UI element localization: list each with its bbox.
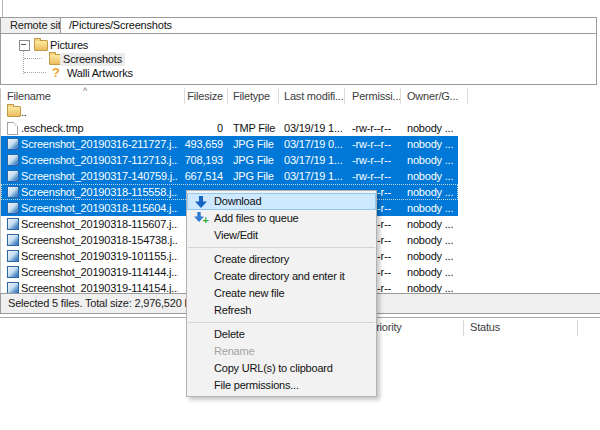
remote-site-path: /Pictures/Screenshots (69, 18, 172, 33)
last-modified-cell: 03/17/19 1... (284, 152, 344, 168)
filename-text: Screenshot_20190318-154738.j... (21, 232, 178, 248)
owner-group-cell: nobody ... (407, 168, 458, 184)
collapse-icon[interactable] (19, 40, 30, 51)
context-menu-item[interactable]: Create directory and enter it (187, 268, 376, 285)
file-row[interactable]: Screenshot_20190316-211727.j... 493,659 … (1, 136, 458, 152)
last-modified-cell: 03/17/19 0... (284, 136, 344, 152)
status-text: Selected 5 files. Total size: 2,976,520 … (8, 294, 199, 313)
column-header-filename[interactable]: Filename (1, 88, 185, 104)
menu-item-icon (194, 379, 208, 393)
filename-text: Screenshot_20190318-115607.j... (21, 216, 178, 232)
filename-cell: Screenshot_20190318-115607.j... (1, 216, 178, 232)
filename-cell: Screenshot_20190318-115604.j... (1, 200, 178, 216)
filetype-cell (233, 104, 278, 120)
filetype-cell: TMP File (233, 120, 278, 136)
menu-item-label: File permissions... (214, 379, 299, 391)
context-menu-item[interactable]: File permissions... (187, 377, 376, 394)
menu-item-label: Create directory and enter it (214, 270, 345, 282)
owner-group-cell: nobody ... (407, 136, 458, 152)
document-icon (7, 122, 18, 135)
filetype-cell: JPG File (233, 136, 278, 152)
last-modified-cell: 03/19/19 1... (284, 120, 344, 136)
filesize-cell (178, 104, 223, 120)
column-header-status[interactable]: Status (470, 318, 500, 337)
permissions-cell (352, 104, 398, 120)
question-icon (52, 67, 62, 79)
filename-cell: Screenshot_20190317-112713.j... (1, 152, 178, 168)
folder-icon (7, 106, 21, 117)
permissions-cell: -rw-r--r-- (352, 168, 398, 184)
tree-guide-line (24, 72, 46, 73)
context-menu-item[interactable]: View/Edit (187, 227, 376, 244)
filename-text: Screenshot_20190319-114144.j... (21, 264, 178, 280)
menu-item-label: Delete (214, 328, 245, 340)
owner-group-cell: nobody ... (407, 264, 458, 280)
file-row[interactable]: Screenshot_20190317-140759.j... 667,514 … (1, 168, 458, 184)
tree-guide-line (23, 47, 24, 74)
context-menu-item[interactable]: Download (187, 193, 376, 210)
owner-group-cell: nobody ... (407, 152, 458, 168)
file-list-header: Filename ^ Filesize Filetype Last modifi… (0, 88, 600, 104)
last-modified-cell (284, 104, 344, 120)
context-menu-item[interactable]: Refresh (187, 302, 376, 319)
column-divider (463, 320, 464, 336)
filename-cell: Screenshot_20190317-140759.j... (1, 168, 178, 184)
image-icon (7, 170, 19, 182)
filename-text: Screenshot_20190317-140759.j... (21, 168, 178, 184)
filename-cell: .escheck.tmp (1, 120, 178, 136)
context-menu-item[interactable] (188, 322, 375, 323)
menu-item-icon (194, 304, 208, 318)
remote-directory-tree: Pictures Screenshots Walli Artworks (0, 34, 597, 85)
menu-item-icon (194, 253, 208, 267)
column-header-permissions[interactable]: Permissi... (344, 88, 401, 104)
menu-item-label: Create new file (214, 287, 284, 299)
filesize-cell: 708,193 (178, 152, 223, 168)
tree-item-label[interactable]: Pictures (47, 39, 91, 52)
column-header-owner-group[interactable]: Owner/G... (398, 88, 468, 104)
filename-text: .. (21, 104, 27, 120)
remote-site-combobox[interactable]: /Pictures/Screenshots (60, 18, 596, 33)
tree-item-label[interactable]: Screenshots (60, 53, 125, 66)
image-icon (7, 154, 19, 166)
context-menu-item[interactable]: Rename (187, 343, 376, 360)
context-menu-item[interactable]: Add files to queue (187, 210, 376, 227)
filesize-cell: 667,514 (178, 168, 223, 184)
filename-text: Screenshot_20190319-101155.j... (21, 248, 178, 264)
context-menu-item[interactable]: Create directory (187, 251, 376, 268)
menu-item-label: Download (214, 195, 261, 207)
context-menu-item[interactable]: Delete (187, 326, 376, 343)
download-arrow-icon (194, 195, 208, 209)
owner-group-cell: nobody ... (407, 248, 458, 264)
filetype-cell: JPG File (233, 152, 278, 168)
owner-group-cell: nobody ... (407, 232, 458, 248)
column-header-filetype[interactable]: Filetype (227, 88, 279, 104)
permissions-cell: -rw-r--r-- (352, 136, 398, 152)
file-row[interactable]: Screenshot_20190317-112713.j... 708,193 … (1, 152, 458, 168)
context-menu-item[interactable]: Copy URL(s) to clipboard (187, 360, 376, 377)
menu-item-icon (194, 270, 208, 284)
column-header-filesize[interactable]: Filesize (178, 88, 228, 104)
owner-group-cell: nobody ... (407, 200, 458, 216)
menu-item-label: View/Edit (214, 229, 258, 241)
add-queue-arrow-icon (194, 212, 208, 226)
filename-text: Screenshot_20190318-115558.j... (21, 184, 178, 200)
file-row[interactable]: .. (1, 104, 458, 120)
owner-group-cell: nobody ... (407, 184, 458, 200)
file-row[interactable]: .escheck.tmp 0 TMP File 03/19/19 1... -r… (1, 120, 458, 136)
owner-group-cell: nobody ... (407, 280, 458, 293)
menu-item-icon (194, 345, 208, 359)
filename-cell: Screenshot_20190318-154738.j... (1, 232, 178, 248)
context-menu-item[interactable]: Create new file (187, 285, 376, 302)
tree-item-label[interactable]: Walli Artworks (64, 67, 136, 80)
context-menu: Download Add files to queue View/Edit Cr… (186, 190, 377, 397)
image-icon (7, 186, 19, 198)
filesize-cell: 0 (178, 120, 223, 136)
image-icon (7, 250, 19, 262)
menu-item-label: Add files to queue (214, 212, 298, 224)
context-menu-item[interactable] (188, 247, 375, 248)
folder-icon (34, 40, 48, 51)
column-divider (577, 320, 578, 336)
column-header-last-modified[interactable]: Last modifi... (278, 88, 345, 104)
filename-cell: Screenshot_20190316-211727.j... (1, 136, 178, 152)
image-icon (7, 282, 19, 293)
